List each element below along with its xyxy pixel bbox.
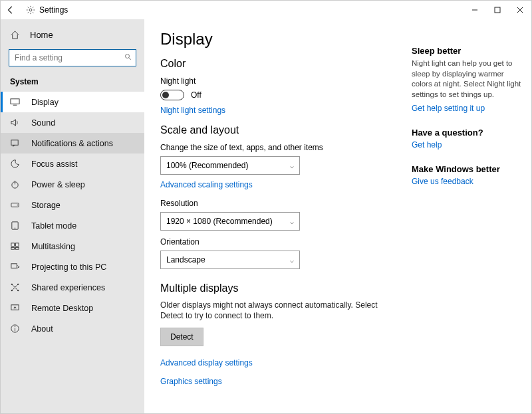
sidebar-item-label: Projecting to this PC xyxy=(31,262,106,272)
display-icon xyxy=(10,97,22,107)
search-input[interactable] xyxy=(9,49,136,66)
advanced-display-settings-link[interactable]: Advanced display settings xyxy=(160,358,396,367)
scale-value: 100% (Recommended) xyxy=(166,161,248,170)
sidebar-item-power-sleep[interactable]: Power & sleep xyxy=(1,174,144,195)
svg-rect-7 xyxy=(11,99,19,104)
svg-point-25 xyxy=(11,290,13,291)
sidebar-item-notifications[interactable]: Notifications & actions xyxy=(1,133,144,154)
aside-panel: Sleep better Night light can help you ge… xyxy=(412,19,531,413)
color-heading: Color xyxy=(160,58,396,70)
remote-desktop-icon xyxy=(10,303,22,313)
main-content: Display Color Night light Off Night ligh… xyxy=(144,19,412,413)
sleep-better-link[interactable]: Get help setting it up xyxy=(412,104,523,113)
svg-rect-17 xyxy=(15,243,19,247)
orientation-label: Orientation xyxy=(160,237,396,247)
scale-heading: Scale and layout xyxy=(160,124,396,136)
minimize-button[interactable] xyxy=(464,1,486,19)
sidebar-item-display[interactable]: Display xyxy=(1,92,144,112)
multiple-displays-desc: Older displays might not always connect … xyxy=(160,300,380,321)
night-light-settings-link[interactable]: Night light settings xyxy=(160,106,396,115)
close-button[interactable] xyxy=(509,1,531,19)
page-title: Display xyxy=(160,30,396,49)
sidebar-item-shared-experiences[interactable]: Shared experiences xyxy=(1,277,144,298)
svg-rect-19 xyxy=(15,247,19,249)
svg-point-26 xyxy=(17,290,19,291)
sidebar-item-tablet-mode[interactable]: Tablet mode xyxy=(1,215,144,236)
sidebar-section-label: System xyxy=(1,73,144,92)
sidebar-item-label: Shared experiences xyxy=(31,283,105,292)
tablet-icon xyxy=(10,221,22,231)
focus-assist-icon xyxy=(10,159,22,169)
sidebar: Home System Display Sound xyxy=(1,19,144,413)
multitasking-icon xyxy=(10,241,22,251)
resolution-value: 1920 × 1080 (Recommended) xyxy=(166,217,273,226)
scale-select[interactable]: 100% (Recommended) ⌵ xyxy=(160,156,300,175)
orientation-select[interactable]: Landscape ⌵ xyxy=(160,251,300,269)
svg-point-13 xyxy=(17,205,19,206)
svg-rect-2 xyxy=(495,7,500,13)
night-light-state: Off xyxy=(191,90,201,100)
sidebar-item-remote-desktop[interactable]: Remote Desktop xyxy=(1,298,144,318)
have-question-title: Have a question? xyxy=(412,128,523,138)
night-light-label: Night light xyxy=(160,76,396,86)
sidebar-item-multitasking[interactable]: Multitasking xyxy=(1,236,144,257)
sidebar-item-projecting[interactable]: Projecting to this PC xyxy=(1,257,144,277)
graphics-settings-link[interactable]: Graphics settings xyxy=(160,377,396,386)
multiple-displays-heading: Multiple displays xyxy=(160,282,396,294)
svg-rect-16 xyxy=(11,243,15,247)
resolution-select[interactable]: 1920 × 1080 (Recommended) ⌵ xyxy=(160,212,300,231)
sidebar-item-label: About xyxy=(31,324,53,334)
titlebar: Settings xyxy=(1,1,531,19)
window-title: Settings xyxy=(39,5,68,15)
back-button[interactable] xyxy=(6,5,19,15)
sidebar-home-label: Home xyxy=(30,30,53,40)
power-icon xyxy=(10,179,22,189)
svg-point-15 xyxy=(15,228,15,229)
get-help-link[interactable]: Get help xyxy=(412,140,523,150)
sidebar-item-sound[interactable]: Sound xyxy=(1,112,144,133)
svg-rect-9 xyxy=(11,140,18,146)
svg-point-30 xyxy=(15,326,15,327)
svg-point-23 xyxy=(11,284,13,285)
detect-button[interactable]: Detect xyxy=(160,328,203,346)
sidebar-item-label: Tablet mode xyxy=(31,221,76,231)
feedback-link[interactable]: Give us feedback xyxy=(412,177,523,186)
sidebar-item-label: Storage xyxy=(31,201,61,210)
chevron-down-icon: ⌵ xyxy=(290,218,294,225)
sound-icon xyxy=(10,118,22,128)
resolution-label: Resolution xyxy=(160,199,396,208)
night-light-toggle[interactable] xyxy=(160,90,184,100)
notifications-icon xyxy=(10,138,22,148)
scale-label: Change the size of text, apps, and other… xyxy=(160,143,396,152)
sidebar-item-label: Remote Desktop xyxy=(31,304,93,313)
sidebar-item-focus-assist[interactable]: Focus assist xyxy=(1,154,144,174)
sleep-better-body: Night light can help you get to sleep by… xyxy=(412,58,523,100)
home-icon xyxy=(10,30,22,40)
shared-experiences-icon xyxy=(10,282,22,292)
about-icon xyxy=(10,324,22,334)
sidebar-home[interactable]: Home xyxy=(1,26,144,44)
sidebar-item-label: Display xyxy=(31,98,59,107)
sidebar-item-storage[interactable]: Storage xyxy=(1,195,144,215)
sidebar-item-label: Focus assist xyxy=(31,159,77,169)
maximize-button[interactable] xyxy=(486,1,509,19)
projecting-icon xyxy=(10,262,22,272)
svg-point-0 xyxy=(29,9,32,11)
svg-rect-18 xyxy=(11,247,15,249)
chevron-down-icon: ⌵ xyxy=(290,162,294,169)
sidebar-item-label: Multitasking xyxy=(31,242,75,251)
sleep-better-title: Sleep better xyxy=(412,46,523,56)
sidebar-item-about[interactable]: About xyxy=(1,318,144,339)
settings-icon xyxy=(26,5,35,15)
chevron-down-icon: ⌵ xyxy=(290,257,294,264)
advanced-scaling-link[interactable]: Advanced scaling settings xyxy=(160,180,396,189)
sidebar-item-label: Power & sleep xyxy=(31,180,85,189)
sidebar-item-label: Sound xyxy=(31,118,55,128)
svg-point-24 xyxy=(17,284,19,285)
svg-rect-20 xyxy=(11,264,17,268)
storage-icon xyxy=(10,200,22,210)
orientation-value: Landscape xyxy=(166,255,205,264)
feedback-title: Make Windows better xyxy=(412,164,523,174)
sidebar-item-label: Notifications & actions xyxy=(31,139,113,148)
